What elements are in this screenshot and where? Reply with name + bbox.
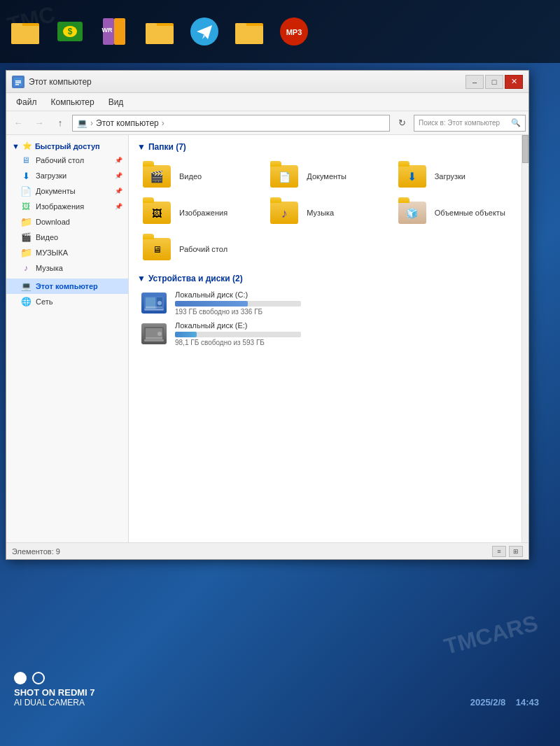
taskbar-money-icon[interactable]: $ [52,13,88,50]
quick-access-label: Быстрый доступ [35,142,100,150]
watermark-br: TMCARS [442,610,541,660]
device-c-icon [140,290,168,316]
view-grid-button[interactable]: ⊞ [509,546,523,557]
sidebar-item-images[interactable]: 🖼 Изображения 📌 [6,199,128,214]
sidebar-item-music-label: Музыка [36,264,63,272]
svg-rect-11 [146,26,174,44]
devices-section: Локальный диск (C:) 193 ГБ свободно из 3… [129,288,522,349]
sidebar-item-muzyka[interactable]: 📁 МУЗЫКА [6,245,128,260]
taskbar-folder1-icon[interactable] [7,13,43,50]
menu-file[interactable]: Файл [9,95,44,109]
folder-item-images[interactable]: Изображения [134,195,260,230]
folder-music-name: Музыка [307,209,334,217]
folder-item-3d[interactable]: Объемные объекты [390,195,516,230]
quick-access-header[interactable]: ▼ ⭐ Быстрый доступ [6,139,128,153]
sidebar-item-desktop-label: Рабочий стол [36,156,84,164]
taskbar-winrar-icon[interactable]: WR [97,13,133,50]
view-list-button[interactable]: ≡ [492,546,506,557]
menu-bar: Файл Компьютер Вид [6,93,528,111]
taskbar-telegram-icon[interactable] [186,13,223,50]
sidebar-item-downloads-label: Загрузки [36,171,66,180]
folder-3d-name: Объемные объекты [435,209,505,217]
camera-type: AI DUAL CAMERA [14,698,95,708]
folder-documents-icon [267,162,301,190]
menu-view[interactable]: Вид [102,95,131,109]
device-e-name: Локальный диск (E:) [175,321,510,330]
folder-downloads-icon [396,162,429,190]
refresh-button[interactable]: ↻ [393,115,411,132]
sidebar-item-network[interactable]: 🌐 Сеть [6,294,128,309]
taskbar: $ WR [0,0,560,63]
folder-documents-name: Документы [307,172,346,181]
scrollbar-thumb[interactable] [522,135,528,163]
forward-button[interactable]: → [30,115,48,132]
sidebar-item-this-pc[interactable]: 💻 Этот компьютер [6,279,128,294]
folder-item-documents[interactable]: Документы [262,159,388,194]
sidebar-item-desktop[interactable]: 🖥 Рабочий стол 📌 [6,153,128,168]
device-c-size: 193 ГБ свободно из 336 ГБ [175,308,510,316]
title-controls: – □ ✕ [465,75,523,89]
folders-chevron-icon: ▼ [137,142,146,152]
minimize-button[interactable]: – [465,75,484,89]
svg-text:$: $ [68,27,73,36]
maximize-button[interactable]: □ [485,75,503,89]
close-button[interactable]: ✕ [505,75,523,89]
menu-computer[interactable]: Компьютер [44,95,102,109]
sidebar-item-music[interactable]: ♪ Музыка [6,260,128,276]
documents-icon: 📄 [20,185,31,197]
svg-point-30 [158,332,162,336]
folder-item-music[interactable]: Музыка [262,195,388,230]
sidebar-item-downloads[interactable]: ⬇ Загрузки 📌 [6,168,128,183]
taskbar-mp3-icon[interactable]: MP3 [276,13,312,50]
taskbar-folder3-icon[interactable] [231,13,267,50]
this-pc-section: 💻 Этот компьютер 🌐 Сеть [6,277,128,311]
svg-rect-2 [11,26,39,44]
folder-images-icon [140,199,174,227]
scrollbar-right[interactable] [522,135,528,542]
timestamp-date: 2025/2/8 [470,697,506,708]
device-c-name: Локальный диск (C:) [175,290,510,299]
back-button[interactable]: ← [9,115,27,132]
window-title: Этот компьютер [29,77,461,87]
status-bar: Элементов: 9 ≡ ⊞ [6,542,528,559]
quick-access-star-icon: ⭐ [22,141,32,150]
folders-section-header[interactable]: ▼ Папки (7) [129,138,522,156]
svg-rect-29 [146,337,162,339]
sidebar-item-video[interactable]: 🎬 Видео [6,230,128,245]
sidebar-item-muzyka-label: МУЗЫКА [36,248,68,257]
sidebar-item-download[interactable]: 📁 Download [6,214,128,230]
device-e-drive[interactable]: Локальный диск (E:) 98,1 ГБ свободно из … [134,318,516,349]
screen-bottom: SHOT ON REDMI 7 AI DUAL CAMERA 2025/2/8 … [0,662,560,746]
panel-with-scroll: ▼ Папки (7) Видео [129,135,528,542]
folder-desktop-icon [140,235,174,263]
folders-section-label: Папки (7) [148,142,186,152]
up-button[interactable]: ↑ [51,115,69,132]
music-icon: ♪ [20,262,31,274]
hdd-c-icon [141,293,167,314]
svg-rect-21 [15,84,19,85]
sidebar: ▼ ⭐ Быстрый доступ 🖥 Рабочий стол 📌 ⬇ За… [6,135,129,542]
devices-section-label: Устройства и диски (2) [148,274,243,283]
folder-item-downloads[interactable]: Загрузки [390,159,516,194]
folder-item-desktop[interactable]: Рабочий стол [134,232,260,267]
devices-section-header[interactable]: ▼ Устройства и диски (2) [129,269,522,288]
device-c-drive[interactable]: Локальный диск (C:) 193 ГБ свободно из 3… [134,288,516,318]
folder-item-video[interactable]: Видео [134,159,260,194]
folder-video-name: Видео [179,172,202,181]
pin-icon2: 📌 [115,172,122,179]
search-bar[interactable]: Поиск в: Этот компьютер 🔍 [414,115,526,132]
sidebar-item-images-label: Изображения [36,202,84,211]
right-panel: ▼ Папки (7) Видео [129,135,522,542]
sidebar-item-documents[interactable]: 📄 Документы 📌 [6,183,128,199]
sidebar-item-video-label: Видео [36,233,58,241]
address-separator: › [90,118,93,128]
address-bar[interactable]: 💻 › Этот компьютер › [72,115,390,132]
device-c-progress-fill [175,301,248,307]
items-count: Элементов: 9 [12,547,60,556]
svg-rect-19 [15,80,21,82]
taskbar-folder2-icon[interactable] [141,13,178,50]
this-pc-icon: 💻 [20,281,31,292]
device-e-size: 98,1 ГБ свободно из 593 ГБ [175,339,510,346]
address-separator2: › [162,118,164,128]
device-e-info: Локальный диск (E:) 98,1 ГБ свободно из … [175,321,510,346]
